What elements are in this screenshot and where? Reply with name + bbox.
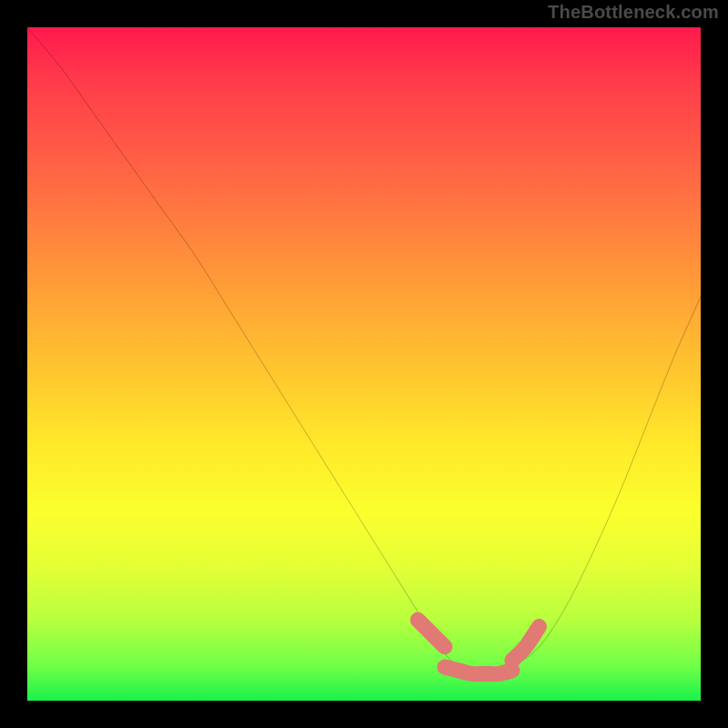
highlight-segment	[418, 620, 445, 647]
highlight-segment	[445, 667, 512, 674]
main-curve	[27, 27, 701, 674]
watermark-text: TheBottleneck.com	[548, 2, 719, 23]
highlight-segment	[512, 627, 540, 661]
highlight-band	[418, 620, 539, 673]
plot-area	[27, 27, 701, 701]
curve-layer	[27, 27, 701, 701]
chart-frame: TheBottleneck.com	[0, 0, 728, 728]
